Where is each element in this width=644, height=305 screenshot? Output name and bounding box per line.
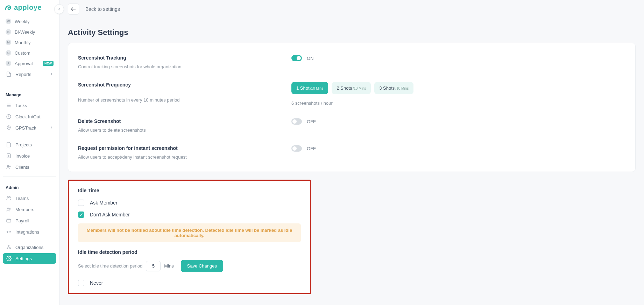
toggle-state-label: OFF [307, 146, 316, 151]
sidebar-item-projects[interactable]: Projects [3, 139, 56, 150]
sidebar-section-admin: Admin [3, 181, 56, 192]
sidebar-collapse-button[interactable] [54, 4, 64, 14]
setting-desc: Control tracking screenshots for whole o… [78, 64, 288, 69]
topbar: Back to settings [59, 0, 644, 18]
never-checkbox[interactable] [78, 280, 84, 286]
instant-toggle[interactable] [291, 145, 302, 152]
freq-option-2[interactable]: 2 Shots/10 Mins [332, 82, 371, 94]
chevron-left-icon [57, 7, 61, 11]
back-button[interactable] [68, 4, 79, 15]
ask-member-label: Ask Member [90, 200, 118, 206]
svg-point-12 [9, 208, 10, 209]
sidebar-item-custom[interactable]: C Custom [3, 48, 56, 58]
detection-row: Select idle time detection period Mins S… [78, 260, 301, 272]
sidebar-item-monthly[interactable]: M Monthly [3, 37, 56, 47]
arrow-left-icon [70, 6, 77, 12]
idle-time-card: Idle Time Ask Member Don't Ask Member Me… [68, 180, 311, 294]
toggle-state-label: ON [307, 56, 314, 61]
freq-option-1[interactable]: 1 Shot/10 Mins [291, 82, 328, 94]
idle-notice: Members will not be notified about idle … [78, 223, 301, 242]
sidebar-item-tasks[interactable]: Tasks [3, 100, 56, 111]
biweekly-icon: B [6, 29, 11, 35]
setting-desc: Allow users to delete screenshots [78, 127, 288, 133]
sidebar-item-weekly[interactable]: W Weekly [3, 16, 56, 26]
tracking-toggle[interactable] [291, 55, 302, 61]
sidebar-item-gpstrack[interactable]: GPSTrack [3, 123, 56, 133]
mins-label: Mins [164, 263, 174, 269]
payroll-icon [6, 217, 12, 224]
dont-ask-member-checkbox[interactable] [78, 212, 84, 218]
sidebar-item-invoice[interactable]: Invoice [3, 151, 56, 161]
back-label: Back to settings [85, 6, 120, 12]
sidebar: apploye W Weekly B Bi-Weekly M Monthly C… [0, 0, 59, 305]
integrations-icon [6, 229, 12, 235]
delete-toggle[interactable] [291, 118, 302, 125]
sidebar-item-approval[interactable]: A Approval NEW [3, 58, 56, 68]
clock-icon [6, 113, 12, 120]
activity-settings-card: Screenshot Tracking Control tracking scr… [68, 43, 636, 172]
sidebar-item-clients[interactable]: Clients [3, 162, 56, 172]
detection-label: Select idle time detection period [78, 263, 142, 269]
minutes-input[interactable] [146, 261, 161, 271]
members-icon [6, 206, 12, 213]
sidebar-item-members[interactable]: Members [3, 204, 56, 215]
page-title: Activity Settings [68, 28, 636, 37]
gear-icon [6, 255, 12, 262]
sidebar-item-reports[interactable]: Reports [3, 69, 56, 79]
sidebar-item-payroll[interactable]: Payroll [3, 215, 56, 226]
delete-screenshot-row: Delete Screenshot Allow users to delete … [78, 114, 625, 137]
never-row: Never [78, 280, 301, 286]
logo: apploye [4, 4, 42, 12]
approval-icon: A [6, 61, 11, 66]
logo-text: apploye [14, 4, 42, 12]
setting-title: Request permission for instant screensho… [78, 145, 288, 151]
tasks-icon [6, 102, 12, 109]
sidebar-item-teams[interactable]: Teams [3, 193, 56, 203]
svg-rect-13 [7, 220, 11, 222]
setting-desc: Allow users to accept/deny instant scree… [78, 154, 288, 160]
check-icon [79, 213, 83, 217]
sidebar-item-biweekly[interactable]: B Bi-Weekly [3, 27, 56, 37]
sidebar-item-clock[interactable]: Clock In/Out [3, 111, 56, 122]
projects-icon [6, 141, 12, 148]
frequency-row: Screenshot Frequency Number of screensho… [78, 78, 625, 110]
sidebar-item-integrations[interactable]: Integrations [3, 227, 56, 237]
ask-member-row: Ask Member [78, 200, 301, 206]
svg-point-4 [8, 127, 9, 128]
organizations-icon [6, 244, 12, 250]
setting-title: Delete Screenshot [78, 118, 288, 124]
instant-permission-row: Request permission for instant screensho… [78, 141, 625, 164]
weekly-icon: W [6, 19, 11, 24]
dont-ask-member-label: Don't Ask Member [90, 212, 130, 217]
never-label: Never [90, 280, 103, 286]
idle-time-title: Idle Time [78, 188, 301, 193]
ask-member-checkbox[interactable] [78, 200, 84, 206]
save-changes-button[interactable]: Save Changes [181, 260, 223, 272]
custom-icon: C [6, 50, 11, 56]
main-content: Back to settings Activity Settings Scree… [59, 0, 644, 305]
new-badge: NEW [43, 61, 54, 66]
svg-point-9 [7, 196, 8, 198]
sidebar-item-settings[interactable]: Settings [3, 253, 56, 264]
dont-ask-member-row: Don't Ask Member [78, 212, 301, 218]
svg-point-11 [7, 208, 9, 209]
svg-point-8 [9, 166, 10, 167]
teams-icon [6, 195, 12, 201]
sidebar-item-organizations[interactable]: Organizations [3, 242, 56, 252]
sidebar-section-manage: Manage [3, 88, 56, 99]
toggle-state-label: OFF [307, 119, 316, 124]
frequency-note: 6 screenshots / hour [291, 100, 413, 106]
invoice-icon [6, 153, 12, 159]
svg-point-14 [8, 245, 9, 247]
screenshot-tracking-row: Screenshot Tracking Control tracking scr… [78, 51, 625, 74]
freq-option-3[interactable]: 3 Shots/10 Mins [374, 82, 413, 94]
reports-icon [6, 71, 12, 77]
gps-icon [6, 125, 12, 131]
frequency-segmented: 1 Shot/10 Mins 2 Shots/10 Mins 3 Shots/1… [291, 82, 413, 94]
chevron-right-icon [49, 125, 54, 131]
clients-icon [6, 164, 12, 170]
svg-point-7 [7, 165, 9, 167]
setting-desc: Number of screenshots in every 10 minute… [78, 97, 288, 103]
svg-point-10 [9, 196, 10, 198]
setting-title: Screenshot Tracking [78, 55, 288, 61]
